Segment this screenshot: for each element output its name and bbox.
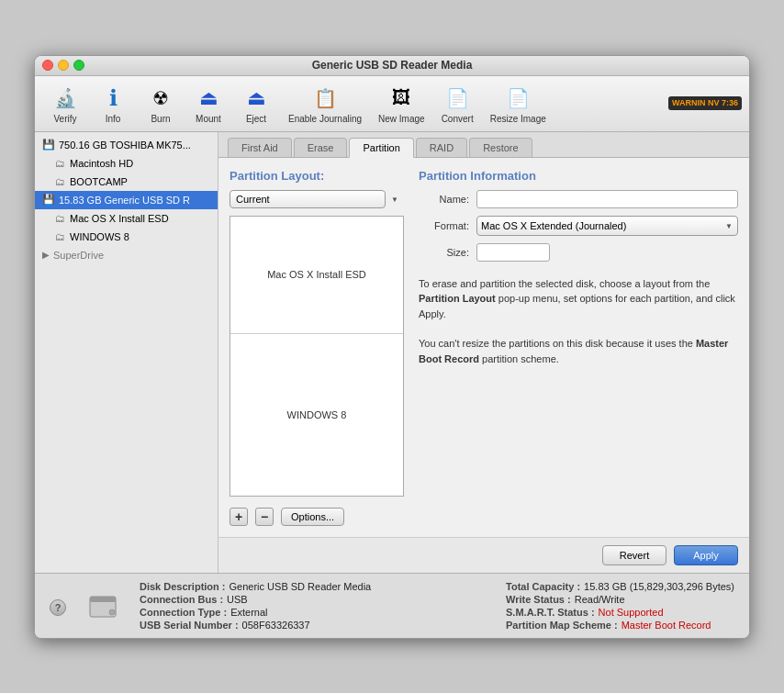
tab-erase[interactable]: Erase: [294, 138, 348, 157]
eject-label: Eject: [246, 114, 266, 124]
resize-image-label: Resize Image: [490, 114, 546, 124]
help-button[interactable]: ?: [50, 599, 66, 616]
sidebar-item-toshiba[interactable]: 💾 750.16 GB TOSHIBA MK75...: [35, 136, 218, 154]
resize-image-button[interactable]: 📄 Resize Image: [483, 80, 554, 128]
svg-rect-1: [90, 597, 116, 602]
smart-status-val: Not Supported: [599, 607, 664, 618]
sidebar-item-macintosh-hd[interactable]: 🗂 Macintosh HD: [35, 154, 218, 173]
name-label: Name:: [419, 194, 469, 205]
tab-restore[interactable]: Restore: [469, 138, 532, 157]
convert-icon: 📄: [442, 84, 472, 113]
size-label: Size:: [419, 247, 469, 258]
enable-journaling-button[interactable]: 📋 Enable Journaling: [281, 80, 369, 128]
tab-bar: First Aid Erase Partition RAID Restore: [218, 132, 749, 158]
svg-point-2: [109, 609, 115, 615]
remove-partition-button[interactable]: −: [255, 508, 274, 526]
smart-status-key: S.M.A.R.T. Status :: [506, 607, 595, 618]
write-status-row: Write Status : Read/Write: [506, 594, 734, 605]
partition-block-osx[interactable]: Mac OS X Install ESD: [230, 217, 403, 334]
content-area: First Aid Erase Partition RAID Restore P…: [218, 132, 749, 573]
total-capacity-val: 15.83 GB (15,829,303,296 Bytes): [584, 581, 734, 592]
revert-button[interactable]: Revert: [602, 545, 666, 565]
verify-button[interactable]: 🔬 Verify: [42, 80, 88, 128]
action-buttons: Revert Apply: [218, 537, 749, 573]
mount-button[interactable]: ⏏ Mount: [185, 80, 231, 128]
verify-icon: 🔬: [50, 84, 80, 113]
maximize-button[interactable]: [73, 60, 84, 71]
partition-map-row: Partition Map Scheme : Master Boot Recor…: [506, 620, 734, 631]
hd-icon: 🗂: [53, 212, 66, 225]
format-select[interactable]: Mac OS X Extended (Journaled): [476, 216, 738, 236]
tab-raid[interactable]: RAID: [416, 138, 467, 157]
sidebar-item-label: 15.83 GB Generic USB SD R: [59, 195, 190, 206]
eject-icon: ⏏: [241, 84, 271, 113]
tab-partition[interactable]: Partition: [349, 138, 413, 158]
chevron-down-icon: ▼: [391, 195, 398, 203]
apply-button[interactable]: Apply: [674, 545, 738, 565]
add-partition-button[interactable]: +: [230, 508, 248, 526]
enable-journaling-icon: 📋: [310, 84, 340, 113]
sidebar-item-label: 750.16 GB TOSHIBA MK75...: [59, 140, 191, 151]
burn-icon: ☢: [146, 84, 175, 113]
partition-block-win8[interactable]: WINDOWS 8: [230, 334, 403, 496]
sidebar-item-usb-sd[interactable]: 💾 15.83 GB Generic USB SD R: [35, 191, 218, 209]
info-button[interactable]: ℹ Info: [90, 80, 136, 128]
burn-button[interactable]: ☢ Burn: [138, 80, 184, 128]
eject-button[interactable]: ⏏ Eject: [233, 80, 279, 128]
write-status-key: Write Status :: [506, 594, 571, 605]
main-content: 💾 750.16 GB TOSHIBA MK75... 🗂 Macintosh …: [35, 132, 749, 573]
size-field-row: Size:: [419, 243, 738, 262]
resize-image-icon: 📄: [503, 84, 532, 113]
partition-map-val: Master Boot Record: [622, 620, 711, 631]
new-image-label: New Image: [378, 114, 425, 124]
usb-serial-val: 058F63326337: [242, 620, 310, 631]
disk-description-val: Generic USB SD Reader Media: [230, 581, 372, 592]
superdrive-label: ▶ SuperDrive: [42, 250, 210, 261]
name-input[interactable]: [476, 190, 738, 208]
disk-description-key: Disk Description :: [140, 581, 226, 592]
superdrive-section: ▶ SuperDrive: [35, 246, 218, 264]
info-icon: ℹ: [98, 84, 128, 113]
partition-layout-select[interactable]: Current: [230, 190, 386, 208]
sidebar-item-label: WINDOWS 8: [70, 231, 129, 242]
enable-journaling-label: Enable Journaling: [288, 114, 362, 124]
info-text-2: You can't resize the partitions on this …: [419, 336, 738, 366]
close-button[interactable]: [42, 60, 53, 71]
size-input[interactable]: [476, 243, 550, 262]
convert-button[interactable]: 📄 Convert: [434, 80, 481, 128]
titlebar: Generic USB SD Reader Media: [35, 56, 749, 76]
sidebar: 💾 750.16 GB TOSHIBA MK75... 🗂 Macintosh …: [35, 132, 218, 573]
tab-first-aid[interactable]: First Aid: [228, 138, 292, 157]
write-status-val: Read/Write: [575, 594, 625, 605]
status-bar: ? Disk Description : Generic USB SD Read…: [35, 573, 749, 638]
partition-controls: + − Options...: [230, 508, 404, 526]
hd-icon: 🗂: [53, 230, 66, 243]
minimize-button[interactable]: [58, 60, 69, 71]
partition-layout-label: Partition Layout:: [230, 169, 404, 183]
sidebar-item-bootcamp[interactable]: 🗂 BOOTCAMP: [35, 173, 218, 191]
sidebar-item-osx-install[interactable]: 🗂 Mac OS X Install ESD: [35, 209, 218, 228]
new-image-button[interactable]: 🖼 New Image: [371, 80, 432, 128]
connection-bus-row: Connection Bus : USB: [140, 594, 371, 605]
hd-icon: 🗂: [53, 157, 66, 170]
mount-icon: ⏏: [194, 84, 223, 113]
connection-type-val: External: [230, 607, 267, 618]
convert-label: Convert: [442, 114, 474, 124]
partition-panel: Partition Layout: Current ▼ Mac OS X Ins…: [218, 158, 749, 537]
sidebar-item-label: Mac OS X Install ESD: [70, 213, 169, 224]
mount-label: Mount: [196, 114, 221, 124]
name-field-row: Name:: [419, 190, 738, 208]
partition-options-button[interactable]: Options...: [281, 508, 344, 526]
connection-type-row: Connection Type : External: [140, 607, 371, 618]
log-button[interactable]: WARNIN NV 7:36: [668, 96, 742, 111]
total-capacity-key: Total Capacity :: [506, 581, 580, 592]
sidebar-item-windows8[interactable]: 🗂 WINDOWS 8: [35, 228, 218, 246]
partition-info-label: Partition Information: [419, 169, 738, 183]
disk-icon: 💾: [42, 139, 55, 151]
usb-serial-row: USB Serial Number : 058F63326337: [140, 620, 371, 631]
verify-label: Verify: [53, 114, 76, 124]
partition-right: Partition Information Name: Format: Mac …: [419, 169, 738, 526]
partition-map-key: Partition Map Scheme :: [506, 620, 618, 631]
burn-label: Burn: [151, 114, 170, 124]
layout-select-wrapper: Current ▼: [230, 190, 404, 208]
